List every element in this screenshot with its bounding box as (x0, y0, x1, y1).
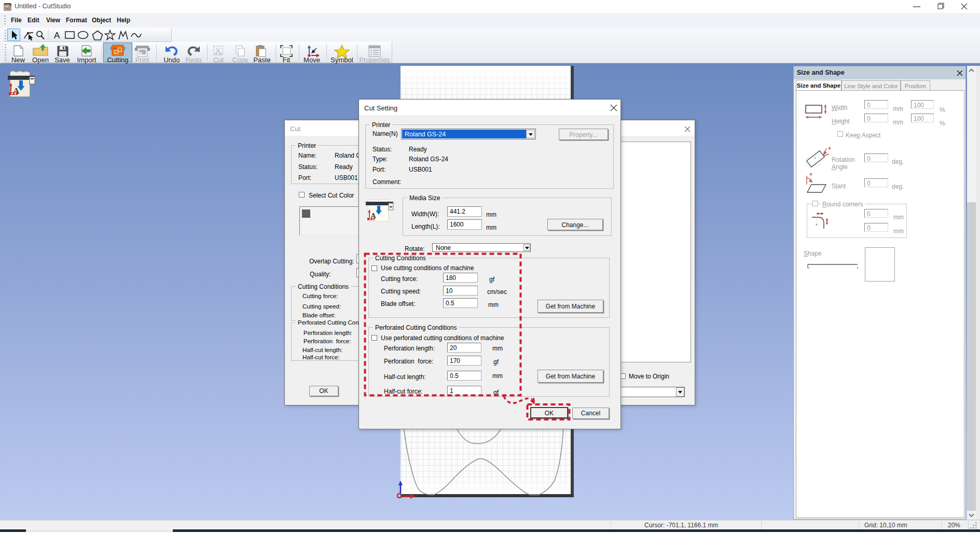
svg-text:A: A (54, 31, 60, 40)
